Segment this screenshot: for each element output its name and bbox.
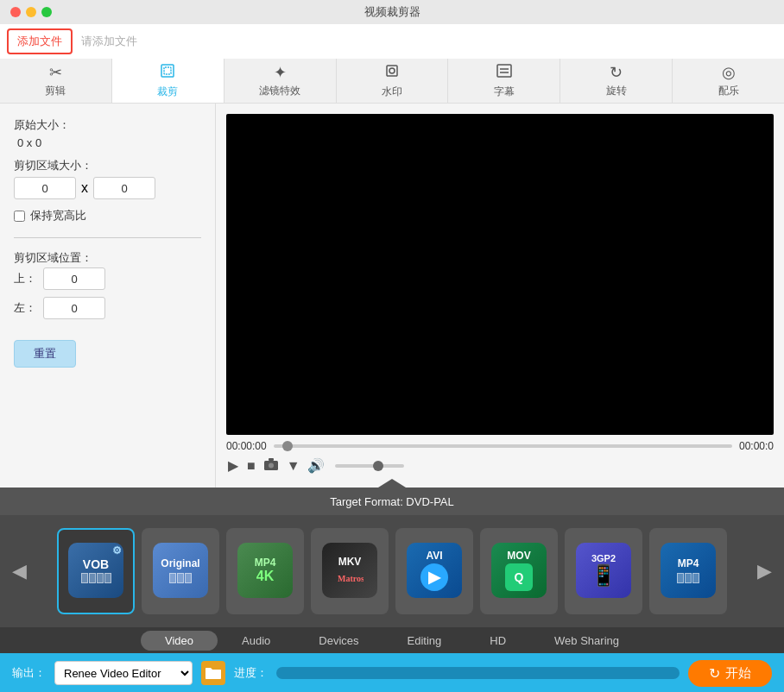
toolbar-item-filter[interactable]: ✦ 滤镜特效 xyxy=(224,59,337,103)
cat-tab-devices[interactable]: Devices xyxy=(294,631,383,651)
toolbar-label-watermark: 水印 xyxy=(382,85,402,99)
toolbar: ✂ 剪辑 裁剪 ✦ 滤镜特效 水印 xyxy=(0,59,784,104)
filter-icon: ✦ xyxy=(274,63,287,82)
svg-point-8 xyxy=(269,462,274,468)
left-field-row: 左： xyxy=(14,297,201,319)
toolbar-item-subtitle[interactable]: 字幕 xyxy=(448,59,560,103)
main-content: 原始大小： 0 x 0 剪切区域大小： x 保持宽高比 剪切区域位置： 上： 左… xyxy=(0,104,784,488)
watermark-icon xyxy=(384,63,400,83)
top-field-row: 上： xyxy=(14,267,201,290)
carousel-next[interactable]: ▶ xyxy=(752,560,777,582)
cat-tab-devices-label: Devices xyxy=(319,634,358,647)
stop-button[interactable]: ■ xyxy=(245,458,257,474)
window-title: 视频裁剪器 xyxy=(364,4,420,20)
progress-label: 进度： xyxy=(234,665,268,681)
snapshot-button[interactable] xyxy=(262,458,280,474)
cat-tab-video-label: Video xyxy=(165,634,193,647)
reset-button[interactable]: 重置 xyxy=(14,340,76,368)
preview-panel: 00:00:00 00:00:0 ▶ ■ ▼ 🔊 xyxy=(216,104,784,488)
maximize-button[interactable] xyxy=(41,7,52,17)
toolbar-item-rotate[interactable]: ↻ 旋转 xyxy=(560,59,673,103)
keep-aspect-checkbox[interactable] xyxy=(14,211,25,222)
carousel-prev[interactable]: ◀ xyxy=(7,560,32,582)
close-button[interactable] xyxy=(10,7,21,17)
left-label: 左： xyxy=(14,300,38,316)
current-time: 00:00:00 xyxy=(226,440,267,452)
toolbar-label-filter: 滤镜特效 xyxy=(259,84,300,98)
cat-tab-editing[interactable]: Editing xyxy=(383,631,466,651)
format-item-3gp2[interactable]: 3GP2 📱 xyxy=(565,528,642,614)
format-item-mp4-4k[interactable]: MP4 4K xyxy=(226,528,304,614)
format-icon-mkv: MKV Matroska xyxy=(322,543,377,598)
progress-bar-container xyxy=(276,667,680,679)
svg-rect-2 xyxy=(387,66,397,76)
format-item-mp4[interactable]: MP4 xyxy=(649,528,727,614)
toolbar-label-subtitle: 字幕 xyxy=(494,85,515,99)
cat-tab-hd-label: HD xyxy=(490,634,506,647)
toolbar-label-crop: 裁剪 xyxy=(157,85,178,99)
cat-tab-web-sharing[interactable]: Web Sharing xyxy=(530,631,643,651)
edit-icon: ✂ xyxy=(49,63,62,82)
toolbar-item-watermark[interactable]: 水印 xyxy=(337,59,449,103)
toolbar-label-rotate: 旋转 xyxy=(606,84,627,98)
top-input[interactable] xyxy=(43,267,105,290)
toolbar-item-crop[interactable]: 裁剪 xyxy=(112,59,224,103)
toolbar-item-edit[interactable]: ✂ 剪辑 xyxy=(0,59,112,103)
total-time: 00:00:0 xyxy=(739,440,774,452)
cat-tab-audio[interactable]: Audio xyxy=(218,631,294,651)
format-icon-mp4: MP4 xyxy=(661,543,716,598)
svg-rect-9 xyxy=(269,458,274,461)
format-item-mov[interactable]: MOV Q xyxy=(480,528,558,614)
title-bar: 视频裁剪器 xyxy=(0,0,784,24)
crop-position-label: 剪切区域位置： xyxy=(14,250,201,266)
music-icon: ◎ xyxy=(722,63,736,82)
svg-rect-4 xyxy=(497,65,511,77)
left-input[interactable] xyxy=(43,297,105,319)
svg-point-3 xyxy=(389,68,395,73)
play-button[interactable]: ▶ xyxy=(226,457,240,474)
format-item-mkv[interactable]: MKV Matroska xyxy=(311,528,389,614)
crop-width-input[interactable] xyxy=(14,177,76,199)
output-select[interactable]: Renee Video Editor xyxy=(54,661,193,685)
crop-icon xyxy=(160,63,175,83)
cat-tab-video[interactable]: Video xyxy=(141,631,218,651)
format-icon-original: Original xyxy=(153,543,208,598)
format-icon-vob: VOB ⚙ xyxy=(68,543,123,598)
progress-track[interactable] xyxy=(274,444,732,448)
start-button[interactable]: ↻ 开始 xyxy=(688,660,772,687)
rotate-icon: ↻ xyxy=(610,63,623,82)
cat-tab-web-sharing-label: Web Sharing xyxy=(554,634,619,647)
crop-area-label: 剪切区域大小： xyxy=(14,158,201,173)
format-carousel: ◀ VOB ⚙ Origi xyxy=(0,515,784,627)
format-icon-mp4-4k: MP4 4K xyxy=(237,543,293,598)
original-size-value: 0 x 0 xyxy=(14,136,201,149)
format-item-avi[interactable]: AVI ▶ xyxy=(395,528,473,614)
add-file-bar: 添加文件 请添加文件 xyxy=(0,24,784,59)
target-format-label: Target Format: DVD-PAL xyxy=(330,495,454,508)
start-label: 开始 xyxy=(725,665,751,682)
aspect-ratio-row: 保持宽高比 xyxy=(14,208,201,223)
video-preview xyxy=(226,114,774,435)
controls-row: ▶ ■ ▼ 🔊 xyxy=(226,454,774,477)
volume-track[interactable] xyxy=(335,464,404,468)
svg-text:Matroska: Matroska xyxy=(338,574,364,583)
add-file-button[interactable]: 添加文件 xyxy=(7,28,73,54)
folder-button[interactable] xyxy=(201,661,225,685)
crop-height-input[interactable] xyxy=(93,177,155,199)
toolbar-label-edit: 剪辑 xyxy=(45,84,66,98)
cat-tab-hd[interactable]: HD xyxy=(465,631,530,651)
format-item-original[interactable]: Original xyxy=(142,528,219,614)
format-item-vob[interactable]: VOB ⚙ xyxy=(57,528,135,614)
original-size-label: 原始大小： xyxy=(14,117,201,133)
cat-tab-audio-label: Audio xyxy=(242,634,270,647)
category-tabs: Video Audio Devices Editing HD Web Shari… xyxy=(0,627,784,653)
top-label: 上： xyxy=(14,271,38,286)
left-panel: 原始大小： 0 x 0 剪切区域大小： x 保持宽高比 剪切区域位置： 上： 左… xyxy=(0,104,216,488)
trim-button[interactable]: ▼ xyxy=(285,458,302,474)
minimize-button[interactable] xyxy=(26,7,36,17)
subtitle-icon xyxy=(496,63,512,83)
toolbar-item-music[interactable]: ◎ 配乐 xyxy=(673,59,784,103)
format-icon-3gp2: 3GP2 📱 xyxy=(576,543,631,598)
format-items: VOB ⚙ Original xyxy=(32,528,752,614)
progress-thumb xyxy=(282,441,293,451)
